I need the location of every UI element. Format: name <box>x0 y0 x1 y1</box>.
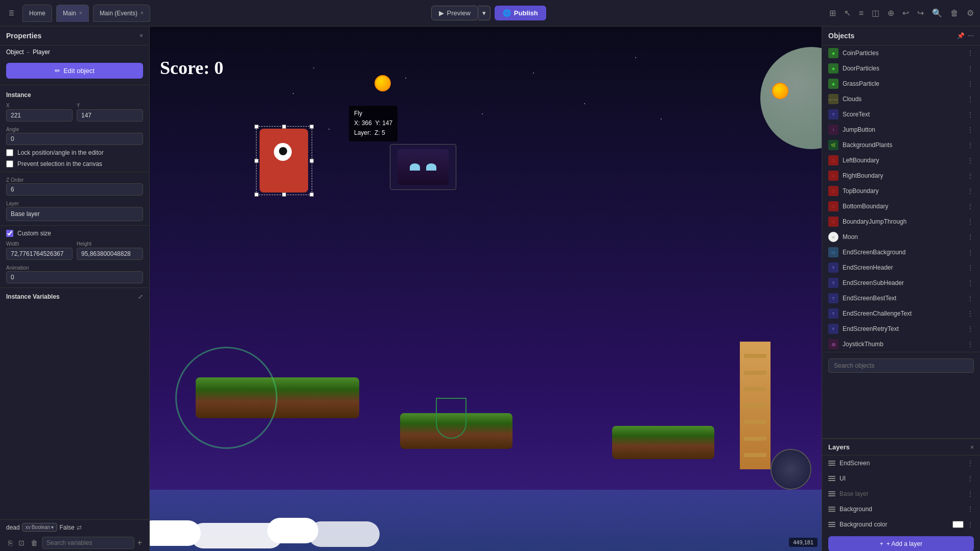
lock-position-checkbox[interactable] <box>6 149 13 156</box>
layer-drag-base[interactable] <box>828 491 835 496</box>
canvas-game[interactable]: Score: 0 Fly X: 366 Y: 147 Layer: Z: 5 <box>150 27 822 551</box>
add-layer-button[interactable]: + + Add a layer <box>828 536 974 551</box>
edit-object-button[interactable]: ✏ Edit object <box>6 63 143 79</box>
trash-icon[interactable]: 🗑 <box>948 7 961 20</box>
layer-item-background[interactable]: Background ⋮ <box>822 501 980 517</box>
obj-item-moon[interactable]: ○ Moon ⋮ <box>822 229 980 245</box>
obj-item-endscreenbesttext[interactable]: T EndScreenBestText ⋮ <box>822 291 980 306</box>
list-icon[interactable]: ≡ <box>857 7 866 20</box>
menu-icon[interactable]: ☰ <box>4 6 18 20</box>
undo-icon[interactable]: ↩ <box>900 6 911 20</box>
crosshair-icon[interactable]: ⊕ <box>885 6 896 20</box>
zorder-input[interactable] <box>6 183 143 196</box>
endscreenretrytext-more[interactable]: ⋮ <box>967 325 974 333</box>
obj-item-endscreenheader[interactable]: T EndScreenHeader ⋮ <box>822 260 980 275</box>
backgroundplants-more[interactable]: ⋮ <box>967 141 974 149</box>
redo-icon[interactable]: ↪ <box>915 6 926 20</box>
leftboundary-more[interactable]: ⋮ <box>967 156 974 164</box>
layer-drag-background-color[interactable] <box>828 522 835 527</box>
scoretext-more[interactable]: ⋮ <box>967 110 974 118</box>
obj-item-grassparticle[interactable]: ◈ GrassParticle ⋮ <box>822 76 980 91</box>
layer-item-ui[interactable]: UI ⋮ <box>822 471 980 486</box>
tab-main-close[interactable]: × <box>79 10 82 16</box>
obj-item-rightboundary[interactable]: □ RightBoundary ⋮ <box>822 168 980 183</box>
obj-item-endscreenchallengetext[interactable]: T EndScreenChallengeText ⋮ <box>822 306 980 321</box>
layer-more-base[interactable]: ⋮ <box>967 490 974 498</box>
background-color-swatch[interactable] <box>952 521 964 528</box>
boundaryjumpthrough-more[interactable]: ⋮ <box>967 218 974 226</box>
var-type-badge[interactable]: xv Boolean ▾ <box>22 523 58 532</box>
obj-item-topboundary[interactable]: □ TopBoundary ⋮ <box>822 183 980 199</box>
search-variables-input[interactable] <box>42 537 134 549</box>
layer-drag-ui[interactable] <box>828 476 835 481</box>
obj-item-jumpbutton[interactable]: ↑ JumpButton ⋮ <box>822 122 980 137</box>
obj-item-endscreenretrytext[interactable]: T EndScreenRetryText ⋮ <box>822 321 980 337</box>
layer-more-background[interactable]: ⋮ <box>967 505 974 513</box>
layer-item-background-color[interactable]: Background color ⋮ <box>822 517 980 532</box>
endscreenbesttext-more[interactable]: ⋮ <box>967 294 974 302</box>
obj-item-coinparticles[interactable]: ◈ CoinParticles ⋮ <box>822 45 980 61</box>
zoom-icon[interactable]: 🔍 <box>930 6 944 20</box>
doorparticles-more[interactable]: ⋮ <box>967 64 974 73</box>
angle-input[interactable] <box>6 133 143 145</box>
objects-more-icon[interactable]: ⋯ <box>968 32 974 39</box>
tab-main[interactable]: Main × <box>56 5 89 22</box>
layer-drag-background[interactable] <box>828 507 835 512</box>
custom-size-checkbox[interactable] <box>6 230 13 237</box>
jumpbutton-more[interactable]: ⋮ <box>967 126 974 134</box>
cursor-icon[interactable]: ↖ <box>842 6 853 20</box>
var-copy-icon[interactable]: ⎘ <box>6 538 14 548</box>
obj-item-leftboundary[interactable]: □ LeftBoundary ⋮ <box>822 153 980 168</box>
clouds-more[interactable]: ⋮ <box>967 95 974 103</box>
layer-drag-endscreen[interactable] <box>828 461 835 466</box>
obj-item-clouds[interactable]: — — Clouds ⋮ <box>822 91 980 107</box>
x-input[interactable] <box>6 109 73 122</box>
publish-button[interactable]: 🌐 Publish <box>495 6 546 20</box>
layer-more-background-color[interactable]: ⋮ <box>967 520 974 529</box>
obj-item-endscreensubheader[interactable]: T EndScreenSubHeader ⋮ <box>822 275 980 291</box>
layer-item-base[interactable]: Base layer ⋮ <box>822 486 980 501</box>
prevent-selection-checkbox[interactable] <box>6 160 13 167</box>
var-swap-icon[interactable]: ⇄ <box>77 524 82 531</box>
properties-close-icon[interactable]: × <box>139 32 143 39</box>
instance-vars-expand-icon[interactable]: ⤢ <box>138 293 143 300</box>
obj-item-scoretext[interactable]: T ScoreText ⋮ <box>822 107 980 122</box>
layer-select[interactable]: Base layer <box>6 207 143 221</box>
endscreenheader-more[interactable]: ⋮ <box>967 263 974 272</box>
animation-input[interactable] <box>6 271 143 283</box>
grassparticle-more[interactable]: ⋮ <box>967 80 974 88</box>
tab-main-events-close[interactable]: × <box>141 10 144 16</box>
width-input[interactable] <box>6 248 73 260</box>
layers-close-icon[interactable]: × <box>970 444 974 451</box>
obj-item-backgroundplants[interactable]: 🌿 BackgroundPlants ⋮ <box>822 137 980 153</box>
preview-dropdown-button[interactable]: ▾ <box>478 6 491 20</box>
endscreenbackground-more[interactable]: ⋮ <box>967 248 974 256</box>
canvas-area[interactable]: Score: 0 Fly X: 366 Y: 147 Layer: Z: 5 <box>150 27 822 551</box>
y-input[interactable] <box>77 109 143 122</box>
layers-icon[interactable]: ◫ <box>870 6 881 20</box>
tab-home[interactable]: Home <box>22 5 52 22</box>
rightboundary-more[interactable]: ⋮ <box>967 172 974 180</box>
topboundary-more[interactable]: ⋮ <box>967 187 974 195</box>
settings-icon[interactable]: ⚙ <box>965 6 976 20</box>
obj-item-boundaryjumpthrough[interactable]: □ BoundaryJumpThrough ⋮ <box>822 214 980 229</box>
preview-button[interactable]: ▶ Preview <box>431 6 478 20</box>
bottomboundary-more[interactable]: ⋮ <box>967 202 974 210</box>
height-input[interactable] <box>77 248 143 260</box>
layer-more-endscreen[interactable]: ⋮ <box>967 459 974 467</box>
var-delete-icon[interactable]: 🗑 <box>29 538 40 548</box>
obj-item-doorparticles[interactable]: ◈ DoorParticles ⋮ <box>822 61 980 76</box>
moon-more[interactable]: ⋮ <box>967 233 974 241</box>
joystickthumb-more[interactable]: ⋮ <box>967 340 974 348</box>
obj-item-bottomboundary[interactable]: □ BottomBoundary ⋮ <box>822 199 980 214</box>
layer-more-ui[interactable]: ⋮ <box>967 474 974 483</box>
var-paste-icon[interactable]: ⊡ <box>16 538 27 548</box>
objects-pin-icon[interactable]: 📌 <box>957 32 965 39</box>
coinparticles-more[interactable]: ⋮ <box>967 49 974 57</box>
endscreensubheader-more[interactable]: ⋮ <box>967 279 974 287</box>
grid-icon[interactable]: ⊞ <box>827 6 838 20</box>
endscreenchallengetext-more[interactable]: ⋮ <box>967 309 974 318</box>
layer-item-endscreen[interactable]: EndScreen ⋮ <box>822 456 980 471</box>
tab-main-events[interactable]: Main (Events) × <box>93 5 150 22</box>
add-variable-button[interactable]: + <box>136 537 143 548</box>
